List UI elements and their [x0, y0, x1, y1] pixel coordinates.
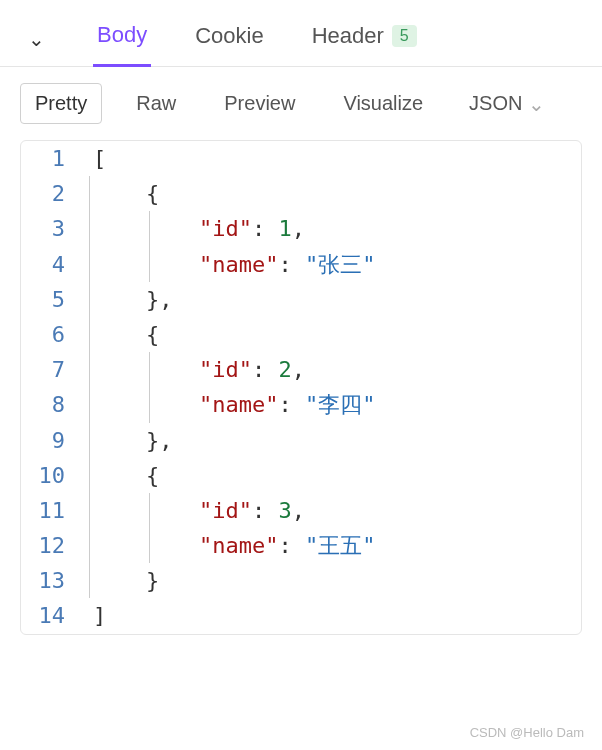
code-line: 8 "name": "李四" [21, 387, 581, 422]
line-number: 6 [21, 317, 81, 352]
raw-label: Raw [136, 92, 176, 114]
line-content: { [81, 176, 159, 211]
code-line: 13 } [21, 563, 581, 598]
tab-header-label: Header [312, 23, 384, 49]
line-number: 14 [21, 598, 81, 633]
format-label: JSON [469, 92, 522, 115]
code-line: 7 "id": 2, [21, 352, 581, 387]
tab-cookie-label: Cookie [195, 23, 263, 49]
body-format-toolbar: Pretty Raw Preview Visualize JSON ⌄ [0, 67, 602, 140]
code-line: 5 }, [21, 282, 581, 317]
response-body-code[interactable]: 1[2 {3 "id": 1,4 "name": "张三"5 },6 {7 "i… [20, 140, 582, 635]
line-content: { [81, 317, 159, 352]
preview-label: Preview [224, 92, 295, 114]
line-content: }, [81, 423, 172, 458]
line-number: 12 [21, 528, 81, 563]
line-content: ] [81, 598, 106, 633]
line-content: "name": "张三" [81, 247, 375, 282]
code-line: 6 { [21, 317, 581, 352]
code-line: 4 "name": "张三" [21, 247, 581, 282]
tab-body-label: Body [97, 22, 147, 48]
line-number: 5 [21, 282, 81, 317]
pretty-button[interactable]: Pretty [20, 83, 102, 124]
line-content: "name": "王五" [81, 528, 375, 563]
header-count-badge: 5 [392, 25, 417, 47]
line-content: "name": "李四" [81, 387, 375, 422]
visualize-label: Visualize [343, 92, 423, 114]
pretty-label: Pretty [35, 92, 87, 114]
code-line: 14] [21, 598, 581, 633]
code-line: 11 "id": 3, [21, 493, 581, 528]
line-content: [ [81, 141, 106, 176]
line-number: 8 [21, 387, 81, 422]
preview-button[interactable]: Preview [210, 84, 309, 123]
code-line: 12 "name": "王五" [21, 528, 581, 563]
line-content: } [81, 563, 159, 598]
line-number: 4 [21, 247, 81, 282]
line-number: 2 [21, 176, 81, 211]
line-content: "id": 3, [81, 493, 305, 528]
line-number: 7 [21, 352, 81, 387]
line-number: 1 [21, 141, 81, 176]
line-number: 10 [21, 458, 81, 493]
line-number: 9 [21, 423, 81, 458]
line-number: 3 [21, 211, 81, 246]
code-line: 3 "id": 1, [21, 211, 581, 246]
chevron-down-icon: ⌄ [528, 92, 545, 116]
chevron-down-icon[interactable]: ⌄ [20, 21, 53, 57]
tab-body[interactable]: Body [93, 12, 151, 67]
line-content: "id": 2, [81, 352, 305, 387]
line-content: }, [81, 282, 172, 317]
code-line: 10 { [21, 458, 581, 493]
code-line: 1[ [21, 141, 581, 176]
watermark: CSDN @Hello Dam [470, 725, 584, 740]
visualize-button[interactable]: Visualize [329, 84, 437, 123]
code-line: 2 { [21, 176, 581, 211]
line-number: 11 [21, 493, 81, 528]
format-select[interactable]: JSON ⌄ [469, 92, 545, 116]
code-line: 9 }, [21, 423, 581, 458]
line-content: "id": 1, [81, 211, 305, 246]
response-tabs: ⌄ Body Cookie Header 5 [0, 0, 602, 67]
raw-button[interactable]: Raw [122, 84, 190, 123]
tab-cookie[interactable]: Cookie [191, 13, 267, 65]
line-content: { [81, 458, 159, 493]
tab-header[interactable]: Header 5 [308, 13, 421, 65]
line-number: 13 [21, 563, 81, 598]
